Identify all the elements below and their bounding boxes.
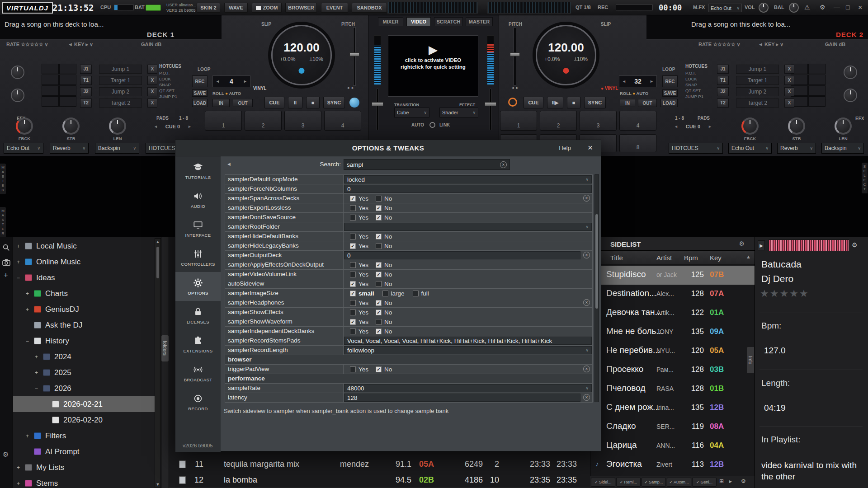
nav-zoom[interactable]: ZOOM [252, 3, 282, 13]
pad-button-4[interactable]: 4 [324, 111, 361, 131]
yes-label[interactable]: Yes [359, 319, 373, 325]
yes-label[interactable]: Yes [359, 195, 373, 202]
back-arrow-icon[interactable]: ◄ [226, 161, 231, 167]
bpm-value[interactable]: 127.0 [764, 346, 786, 356]
jump-clear-button[interactable]: X [784, 99, 794, 108]
checkbox-icon[interactable]: ✓ [350, 281, 356, 287]
master-tab-1[interactable]: MASTER [0, 164, 6, 194]
fx-knob-fbck[interactable] [741, 117, 759, 135]
checkbox-icon[interactable]: ✓ [376, 272, 382, 277]
loop-dec-icon[interactable]: ◄ [216, 79, 220, 84]
select-tab[interactable]: SELECT [862, 163, 868, 193]
deck1-volume-fader[interactable] [377, 89, 378, 130]
deck2-vinyl-mode[interactable]: ● VINYL [601, 86, 618, 91]
link-toggle[interactable]: LINK [439, 122, 450, 127]
scroll-down-icon[interactable]: ▼ [155, 482, 160, 487]
pad-button-8[interactable]: 8 [619, 134, 656, 152]
effect-select[interactable]: Shader∨ [439, 108, 478, 117]
pad-assign-cell[interactable] [59, 75, 76, 85]
tab-video[interactable]: VIDEO [406, 17, 431, 26]
sidelist-row[interactable]: ПчеловодRASA12801B [590, 380, 755, 399]
yes-label[interactable]: Yes [359, 366, 373, 373]
deck1-pitch-slider[interactable] [353, 27, 356, 86]
checkbox-icon[interactable] [350, 366, 356, 372]
deck2-pads-range[interactable]: 1 - 8 [675, 116, 684, 121]
checkbox-icon[interactable]: ✓ [376, 366, 382, 372]
jump-id-button[interactable]: J2 [80, 87, 92, 96]
sidelist-row[interactable]: Мне не боль...JONY13509A [590, 323, 755, 342]
deck2-loop-save[interactable]: SAVE [662, 89, 678, 97]
sidelist-row[interactable]: С днем рож...Irina...13512B [590, 399, 755, 418]
yes-label[interactable]: Yes [359, 214, 373, 221]
jump-clear-button[interactable]: X [784, 65, 794, 74]
no-label[interactable]: No [384, 309, 392, 316]
checkbox-icon[interactable] [350, 328, 356, 334]
checkbox-icon[interactable]: ✓ [376, 205, 382, 211]
hotcue-option-lock[interactable]: LOCK [159, 76, 188, 82]
tree-item-2026[interactable]: −2026 [13, 380, 161, 396]
yes-label[interactable]: Yes [359, 205, 373, 211]
dialog-nav-record[interactable]: RECORD [175, 388, 221, 417]
yes-label[interactable]: Yes [359, 262, 373, 268]
maximize-button[interactable]: □ [846, 4, 849, 11]
deck2-pad-grid[interactable] [791, 64, 826, 107]
auto-toggle[interactable]: AUTO [411, 122, 424, 127]
no-label[interactable]: No [384, 205, 392, 211]
checkbox-icon[interactable] [382, 291, 388, 296]
hotcue-option-jump-p1[interactable]: JUMP P1 [159, 94, 188, 99]
minimize-button[interactable]: — [834, 4, 840, 11]
tree-item-history[interactable]: −History [13, 333, 161, 349]
no-label[interactable]: No [384, 319, 392, 325]
fx-slot-select-echo-out[interactable]: Echo Out∨ [728, 143, 772, 154]
pad-assign-cell[interactable] [42, 75, 59, 85]
yes-label[interactable]: Yes [359, 233, 373, 240]
tree-item-2024[interactable]: +2024 [13, 349, 161, 365]
col-title[interactable]: Title [610, 254, 623, 262]
deck1-loop-roll-auto[interactable]: ROLL ● AUTO [212, 91, 241, 96]
video-preview[interactable]: ▶ click to activate VIDEO rightclick for… [388, 35, 478, 97]
pad-button-2[interactable]: 2 [245, 111, 282, 131]
play-icon[interactable]: ▸ [729, 478, 732, 484]
tree-item-stems[interactable]: +Stems [13, 475, 161, 488]
jump-clear-button[interactable]: X [147, 87, 157, 96]
deck1-fx-knob[interactable] [11, 89, 24, 102]
rec-button[interactable]: REC [598, 5, 608, 10]
deck2-loop-load[interactable]: LOAD [660, 99, 678, 107]
sidelist-row[interactable]: СладкоSER...11908A [590, 418, 755, 436]
option-large[interactable]: large [391, 290, 405, 297]
no-label[interactable]: No [384, 271, 392, 278]
deck1-key-control[interactable]: ◄ KEY ▸ ∨ [68, 42, 93, 47]
no-label[interactable]: No [384, 328, 392, 335]
deck1-rate-control[interactable]: RATE ☆☆☆☆☆ ∨ [6, 42, 48, 47]
pad-button-1[interactable]: 1 [205, 111, 242, 131]
fx-knob-str[interactable] [788, 117, 805, 135]
deck1-cue-button[interactable]: CUE [264, 97, 284, 108]
hotcue-option-jump-p1[interactable]: JUMP P1 [685, 94, 714, 99]
tree-item-2026-02-20[interactable]: 2026-02-20 [13, 412, 161, 428]
deck1-pad-grid[interactable] [42, 64, 76, 107]
hotcue-option-lock[interactable]: LOCK [685, 76, 714, 82]
pad-button-4[interactable]: 4 [619, 111, 656, 131]
waveform-preview-1[interactable] [387, 2, 478, 14]
hotcue-option-snap[interactable]: SNAP [685, 82, 714, 88]
sidelist-scroll-up-icon[interactable]: ▲ [746, 254, 751, 259]
option-textfield[interactable]: Vocal, Vocal, Vocal, Vocal, HiHat+Kick, … [344, 337, 592, 345]
tree-item-filters[interactable]: +Filters [13, 428, 161, 444]
jump-clear-button[interactable]: X [784, 76, 794, 85]
user-info[interactable]: USER alinatas... VERS 26 b9005 [166, 2, 196, 13]
sidelist-row[interactable]: Stupidiscoor Jack12507B [590, 266, 755, 285]
jump-clear-button[interactable]: X [784, 87, 794, 96]
camera-icon[interactable] [2, 259, 10, 267]
close-button[interactable]: × [858, 4, 862, 12]
info-gear-icon[interactable]: ⚙ [852, 241, 858, 249]
settings-gear-icon[interactable]: ⚙ [820, 4, 826, 11]
nav-browser[interactable]: BROWSER [285, 3, 317, 13]
expand-toggle[interactable]: + [17, 480, 23, 487]
expand-toggle[interactable]: + [35, 370, 41, 376]
deck1-loop-size[interactable]: ◄ 4 ► [212, 75, 250, 87]
loop-dec-icon[interactable]: ◄ [622, 79, 626, 84]
pad-assign-cell[interactable] [808, 64, 826, 74]
no-label[interactable]: No [384, 300, 392, 306]
footer-tab-sidel[interactable]: ✓Sidel... [591, 478, 615, 487]
reset-option-icon[interactable]: × [583, 252, 590, 258]
